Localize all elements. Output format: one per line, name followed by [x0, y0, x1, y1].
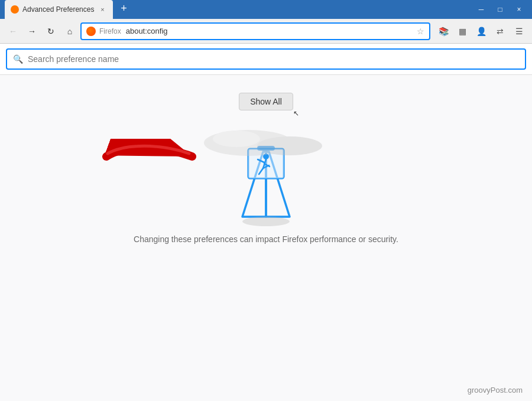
menu-button[interactable]: ☰ — [511, 23, 527, 40]
svg-point-15 — [242, 217, 290, 226]
profile-button[interactable]: 👤 — [473, 23, 489, 40]
home-button[interactable]: ⌂ — [61, 23, 78, 40]
tab-favicon — [11, 5, 19, 14]
tab-bar: Advanced Preferences × + — [5, 0, 469, 19]
sidebar-button[interactable]: ▦ — [454, 23, 471, 40]
address-bar[interactable]: Firefox ☆ — [80, 22, 430, 40]
reload-button[interactable]: ↻ — [43, 23, 59, 40]
browser-label: Firefox — [99, 27, 121, 35]
minimize-button[interactable]: ─ — [473, 1, 489, 18]
search-input[interactable] — [28, 54, 519, 64]
cursor-indicator: ↖ — [293, 109, 299, 118]
maximize-button[interactable]: □ — [492, 1, 508, 18]
warning-caption: Changing these preferences can impact Fi… — [134, 234, 398, 244]
toolbar-icons: 📚 ▦ 👤 ⇄ ☰ — [435, 23, 527, 40]
svg-point-2 — [257, 136, 322, 155]
sync-button[interactable]: ⇄ — [492, 23, 508, 40]
bookmarks-button[interactable]: 📚 — [435, 23, 452, 40]
site-icon — [86, 27, 96, 36]
address-input[interactable] — [126, 27, 413, 35]
watermark: groovyPost.com — [468, 386, 523, 395]
search-icon: 🔍 — [13, 54, 23, 64]
firefox-logo-icon — [86, 27, 96, 36]
background-clouds — [201, 122, 331, 158]
arrow-decoration — [100, 139, 219, 174]
nav-bar: ← → ↻ ⌂ Firefox ☆ 📚 ▦ 👤 ⇄ ☰ — [0, 19, 532, 44]
svg-point-3 — [213, 131, 260, 147]
close-button[interactable]: × — [511, 1, 527, 18]
bookmark-star-icon[interactable]: ☆ — [417, 27, 424, 36]
illustration-area — [231, 140, 301, 229]
window-controls: ─ □ × — [473, 1, 527, 18]
new-tab-button[interactable]: + — [115, 0, 132, 17]
content-area: Show All ↖ — [0, 75, 532, 401]
search-wrapper: 🔍 — [6, 48, 526, 70]
title-bar: Advanced Preferences × + ─ □ × — [0, 0, 532, 19]
forward-button[interactable]: → — [24, 23, 40, 40]
tab-title: Advanced Preferences — [22, 5, 94, 14]
back-button[interactable]: ← — [5, 23, 21, 40]
show-all-button[interactable]: Show All — [239, 93, 293, 110]
search-bar: 🔍 — [0, 44, 532, 75]
show-all-container: Show All ↖ — [0, 93, 532, 110]
active-tab[interactable]: Advanced Preferences × — [5, 0, 113, 19]
tab-close-button[interactable]: × — [98, 5, 107, 14]
